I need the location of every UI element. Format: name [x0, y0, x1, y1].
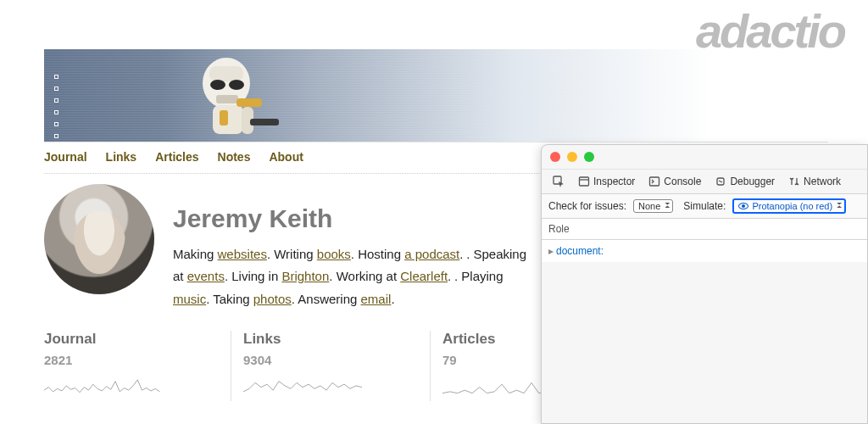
page-title: Jeremy Keith	[173, 204, 537, 233]
devtools-panel: Inspector Console Debugger Network Check…	[541, 144, 868, 424]
role-header: Role	[542, 219, 867, 240]
stat-label: Journal	[44, 331, 219, 348]
link-books[interactable]: books	[317, 247, 351, 261]
simulate-select[interactable]: Protanopia (no red)	[732, 198, 846, 214]
stat-label: Links	[243, 331, 418, 348]
svg-point-2	[210, 80, 225, 90]
twisty-icon[interactable]: ▸	[548, 245, 554, 257]
simulate-label: Simulate:	[683, 200, 726, 212]
bio-text: Making websites. Writing books. Hosting …	[173, 243, 537, 310]
link-photos[interactable]: photos	[253, 292, 292, 306]
stat-journal[interactable]: Journal 2821	[44, 331, 231, 401]
svg-rect-11	[580, 177, 589, 186]
issues-select[interactable]: None	[633, 199, 673, 213]
link-websites[interactable]: websites	[218, 247, 267, 261]
tree-node-document[interactable]: document:	[556, 245, 604, 257]
svg-rect-7	[236, 98, 262, 107]
svg-point-3	[229, 80, 244, 90]
nav-notes[interactable]: Notes	[218, 151, 251, 163]
svg-rect-13	[650, 177, 659, 186]
traffic-lights	[542, 145, 867, 169]
stat-count: 2821	[44, 353, 219, 367]
svg-rect-9	[250, 119, 279, 126]
close-icon[interactable]	[550, 152, 560, 162]
svg-rect-8	[220, 110, 228, 126]
sparkline	[44, 372, 163, 398]
hero-banner	[44, 49, 828, 142]
avatar	[44, 184, 154, 294]
minimize-icon[interactable]	[567, 152, 577, 162]
nav-links[interactable]: Links	[106, 151, 137, 163]
sparkline	[243, 372, 362, 398]
link-clearleft[interactable]: Clearleft	[400, 269, 448, 283]
svg-rect-4	[216, 95, 238, 103]
stormtrooper-image	[175, 54, 294, 142]
link-events[interactable]: events	[187, 269, 225, 283]
tab-inspector[interactable]: Inspector	[572, 173, 641, 190]
svg-rect-1	[209, 66, 243, 81]
nav-journal[interactable]: Journal	[44, 151, 87, 163]
link-music[interactable]: music	[173, 292, 206, 306]
tab-debugger[interactable]: Debugger	[709, 173, 781, 190]
tab-network[interactable]: Network	[782, 173, 847, 190]
nav-about[interactable]: About	[269, 151, 303, 163]
nav-articles[interactable]: Articles	[155, 151, 198, 163]
issues-label: Check for issues:	[548, 200, 626, 212]
link-brighton[interactable]: Brighton	[281, 269, 329, 283]
accessibility-tree: ▸document:	[542, 240, 867, 262]
tab-console[interactable]: Console	[643, 173, 707, 190]
link-email[interactable]: email	[361, 292, 392, 306]
stat-links[interactable]: Links 9304	[231, 331, 430, 401]
link-podcast[interactable]: a podcast	[404, 247, 459, 261]
bio: Jeremy Keith Making websites. Writing bo…	[173, 184, 537, 310]
eye-icon	[738, 203, 748, 209]
stat-count: 9304	[243, 353, 418, 367]
zoom-icon[interactable]	[584, 152, 594, 162]
pick-element-button[interactable]	[547, 173, 570, 190]
devtools-tabs: Inspector Console Debugger Network	[542, 169, 867, 194]
accessibility-toolbar: Check for issues: None Simulate: Protano…	[542, 194, 867, 219]
